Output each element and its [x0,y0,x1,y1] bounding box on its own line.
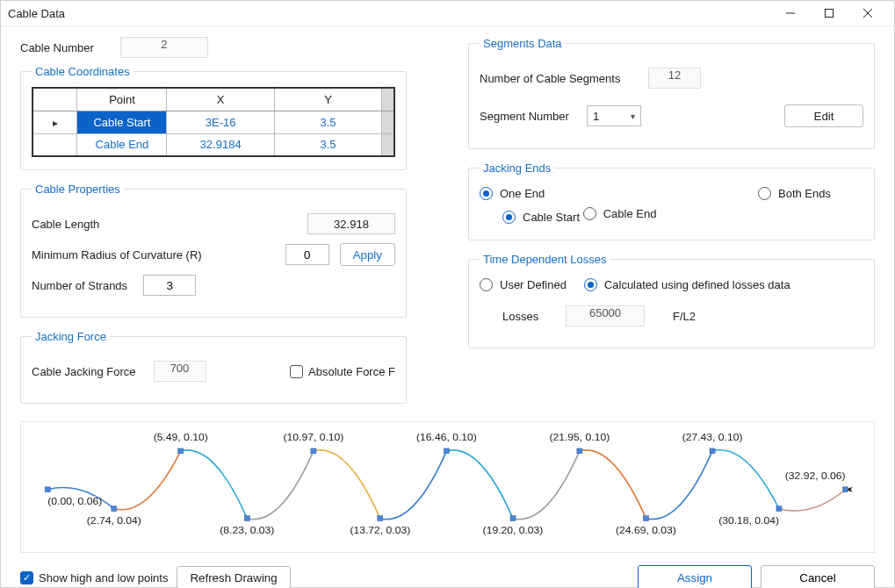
svg-rect-28 [843,487,848,492]
svg-rect-16 [444,448,449,454]
dialog-content: Cable Number 2 Cable Coordinates Point X… [1,26,894,562]
absolute-force-checkbox[interactable]: Absolute Force F [290,365,395,378]
radio-icon [583,207,596,220]
col-header-y[interactable]: Y [274,88,381,111]
cable-coordinates-legend: Cable Coordinates [32,65,134,78]
user-defined-label: User Defined [500,278,567,291]
left-column: Cable Number 2 Cable Coordinates Point X… [20,37,407,416]
show-points-label: Show high and low points [39,571,168,584]
row-indicator [32,133,77,156]
cable-properties-legend: Cable Properties [32,183,124,196]
cable-length-label: Cable Length [32,218,297,231]
radio-icon [480,187,493,200]
one-end-label: One End [500,187,545,200]
segment-count-label: Number of Cable Segments [480,72,638,85]
min-radius-label: Minimum Radius of Curvature (R) [32,248,275,262]
svg-rect-18 [510,516,516,521]
dialog-footer: Show high and low points Refresh Drawing… [1,562,894,588]
absolute-force-label: Absolute Force F [308,365,395,378]
segments-data-legend: Segments Data [480,37,566,50]
svg-rect-10 [244,516,249,521]
svg-rect-14 [378,516,383,521]
svg-text:(8.23, 0.03): (8.23, 0.03) [220,524,274,536]
svg-rect-26 [776,506,782,512]
svg-text:(19.20, 0.03): (19.20, 0.03) [483,524,544,536]
close-button[interactable] [848,1,887,25]
cable-start-label: Cable Start [523,211,580,224]
cable-profile-graph: (0.00, 0.06)(2.74, 0.04)(5.49, 0.10)(8.2… [20,421,875,553]
window-title: Cable Data [8,7,771,20]
cable-number-value: 2 [120,37,208,58]
both-ends-label: Both Ends [778,187,831,200]
minimize-button[interactable] [771,1,810,25]
calculated-radio[interactable]: Calculated using defined losses data [584,278,790,291]
user-defined-radio[interactable]: User Defined [480,278,567,291]
jacking-force-legend: Jacking Force [32,330,110,343]
cable-length-value: 32.918 [307,213,395,234]
segments-data-group: Segments Data Number of Cable Segments 1… [468,37,875,149]
svg-rect-6 [112,506,117,512]
cell-y[interactable]: 3.5 [274,111,381,133]
losses-unit: F/L2 [673,310,696,323]
cancel-button[interactable]: Cancel [761,565,875,588]
cell-point[interactable]: Cable Start [77,111,167,133]
title-bar: Cable Data [1,1,894,26]
row-indicator [32,111,77,133]
radio-icon [758,187,771,200]
segment-number-select[interactable]: 1 ▾ [587,105,641,126]
assign-button[interactable]: Assign [638,565,752,588]
cable-data-window: Cable Data Cable Number 2 Cable Coordina… [0,0,895,588]
cable-end-radio[interactable]: Cable End [583,207,657,220]
svg-rect-12 [311,448,316,454]
cell-y[interactable]: 3.5 [274,133,381,156]
segment-number-value: 1 [593,110,599,123]
jacking-ends-group: Jacking Ends One End Cable Start [468,161,875,240]
apply-button[interactable]: Apply [340,243,395,266]
cable-number-row: Cable Number 2 [20,37,407,58]
segment-count-value: 12 [648,68,701,89]
cell-point[interactable]: Cable End [77,133,167,156]
scroll-gutter[interactable] [382,111,394,133]
refresh-drawing-button[interactable]: Refresh Drawing [177,566,290,588]
coordinates-table[interactable]: Point X Y Cable Start 3E-16 3.5 [32,87,395,157]
svg-text:(0.00, 0.06): (0.00, 0.06) [47,495,102,507]
svg-text:(16.46, 0.10): (16.46, 0.10) [416,431,477,443]
table-row[interactable]: Cable Start 3E-16 3.5 [32,111,394,133]
svg-text:(13.72, 0.03): (13.72, 0.03) [350,524,410,536]
radio-icon [502,211,516,224]
svg-text:(30.18, 0.04): (30.18, 0.04) [718,514,779,527]
right-column: Segments Data Number of Cable Segments 1… [468,37,875,416]
cell-x[interactable]: 32.9184 [167,133,274,156]
edit-segment-button[interactable]: Edit [784,104,863,127]
svg-rect-20 [577,448,582,454]
svg-rect-8 [178,448,184,454]
maximize-button[interactable] [810,1,848,25]
one-end-radio[interactable]: One End [480,187,545,200]
show-points-checkbox[interactable]: Show high and low points [20,571,168,584]
scroll-gutter[interactable] [382,133,394,156]
svg-text:(32.92, 0.06): (32.92, 0.06) [785,470,846,482]
cable-number-label: Cable Number [20,41,94,54]
time-losses-group: Time Dependent Losses User Defined Calcu… [468,253,875,348]
cell-x[interactable]: 3E-16 [167,111,274,133]
losses-value[interactable]: 65000 [566,305,645,326]
cable-start-radio[interactable]: Cable Start [502,211,580,224]
svg-rect-1 [826,10,834,18]
svg-text:(2.74, 0.04): (2.74, 0.04) [87,514,141,527]
radio-icon [480,278,493,291]
col-header-point[interactable]: Point [77,88,167,111]
radio-icon [584,278,597,291]
svg-text:(24.69, 0.03): (24.69, 0.03) [616,524,676,536]
both-ends-radio[interactable]: Both Ends [758,187,831,200]
table-row[interactable]: Cable End 32.9184 3.5 [32,133,394,156]
strands-input[interactable] [143,275,196,296]
min-radius-input[interactable] [285,244,329,265]
scroll-gutter[interactable] [382,88,394,111]
jacking-force-value[interactable]: 700 [154,361,206,382]
segment-number-label: Segment Number [480,110,576,123]
jacking-ends-legend: Jacking Ends [480,161,554,175]
cable-coordinates-group: Cable Coordinates Point X Y Cable Start [20,65,407,170]
col-header-x[interactable]: X [167,88,274,111]
svg-text:(10.97, 0.10): (10.97, 0.10) [284,431,344,443]
jacking-force-label: Cable Jacking Force [32,365,136,378]
